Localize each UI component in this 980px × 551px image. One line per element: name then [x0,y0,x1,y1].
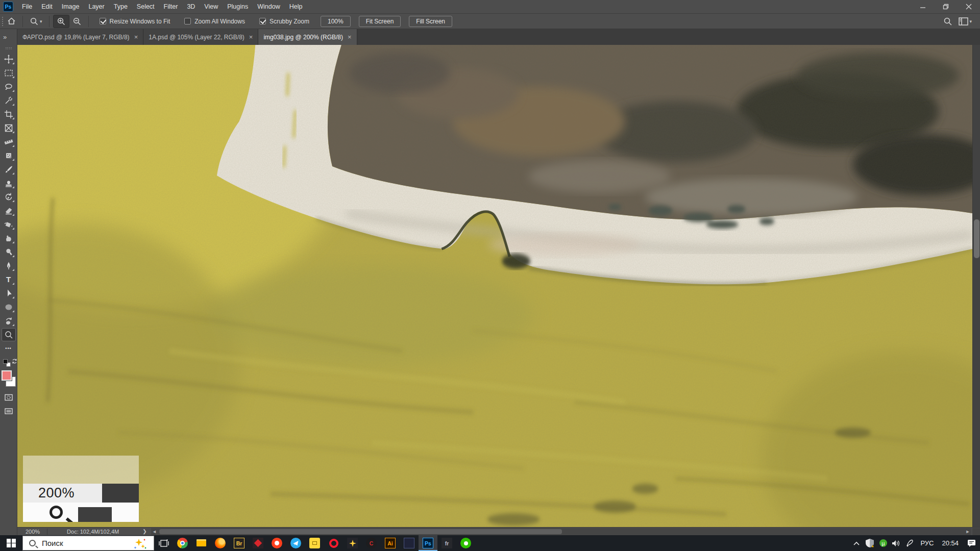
screen-mode-button[interactable] [2,405,16,418]
ruler-tool[interactable] [2,135,16,148]
crop-tool[interactable] [2,108,16,121]
close-button[interactable] [957,0,980,13]
menu-edit[interactable]: Edit [37,0,57,14]
vertical-scrollbar[interactable] [972,45,980,527]
menu-layer[interactable]: Layer [84,0,109,14]
taskbar-yellow-app[interactable] [305,535,324,551]
menu-type[interactable]: Type [109,0,132,14]
minimize-button[interactable] [911,0,934,13]
scrubby-zoom-checkbox[interactable]: Scrubby Zoom [259,18,309,25]
frame-tool[interactable] [2,121,16,135]
tab-close-icon[interactable]: × [348,33,352,41]
red-circle-app-icon [272,538,282,548]
horizontal-scrollbar-thumb[interactable] [159,529,562,534]
toolbar-collapse-button[interactable]: » [0,29,17,45]
tab-fargo-psd[interactable]: ФАРГО.psd @ 19,8% (Layer 7, RGB/8) × [17,29,143,45]
action-center-icon[interactable] [963,535,980,551]
brush-tool[interactable] [2,163,16,176]
language-indicator[interactable]: РУС [916,539,938,547]
task-view-button[interactable] [154,535,173,551]
path-selection-tool[interactable] [2,287,16,300]
menu-filter[interactable]: Filter [159,0,183,14]
taskbar-dark-red-app[interactable]: C [362,535,381,551]
taskbar-photoshop[interactable]: Ps [419,535,437,551]
vertical-scrollbar-thumb[interactable] [974,219,979,258]
tray-expand-button[interactable] [850,535,863,551]
pen-tool[interactable] [2,259,16,272]
tab-1a-psd[interactable]: 1A.psd @ 105% (Layer 22, RGB/8) × [143,29,258,45]
paint-bucket-tool[interactable] [2,218,16,231]
tab-img038-jpg[interactable]: img038.jpg @ 200% (RGB/8) × [258,29,357,45]
type-tool[interactable]: T [2,273,16,286]
taskbar-chrome[interactable] [173,535,192,551]
default-colors-control[interactable] [3,358,14,368]
ellipse-shape-tool[interactable] [2,300,16,314]
taskbar-illustrator[interactable]: Ai [381,535,400,551]
zoom-tool[interactable] [2,328,16,341]
resize-windows-checkbox[interactable]: Resize Windows to Fit [100,18,170,25]
pen-input-icon[interactable] [903,535,916,551]
workspace-switcher[interactable]: ▾ [955,15,975,28]
taskbar-gray-app[interactable]: fr [437,535,456,551]
move-tool[interactable] [2,53,16,66]
zoom-out-button[interactable] [69,15,85,28]
zoom-all-windows-checkbox[interactable]: Zoom All Windows [184,18,245,25]
tab-close-icon[interactable]: × [134,33,138,41]
zoom-100-button[interactable]: 100% [321,16,351,27]
fill-screen-button[interactable]: Fill Screen [409,16,452,27]
taskbar-red-diamond-app[interactable] [249,535,267,551]
foreground-color-swatch[interactable] [2,370,12,381]
start-button[interactable] [0,535,22,551]
quick-mask-button[interactable] [2,391,16,404]
dodge-tool[interactable] [2,245,16,259]
eraser-tool[interactable] [2,204,16,217]
horizontal-scrollbar[interactable]: ◄ ► [151,528,971,535]
fit-screen-button[interactable]: Fit Screen [359,16,401,27]
status-menu-chevron[interactable]: ❯ [138,529,151,534]
utorrent-icon[interactable]: µ [876,535,890,551]
rectangular-marquee-tool[interactable] [2,66,16,80]
defender-icon[interactable] [863,535,876,551]
zoom-in-button[interactable] [53,15,69,28]
scroll-left-icon[interactable]: ◄ [151,529,158,534]
taskbar-opera[interactable] [324,535,343,551]
taskbar-firefox[interactable] [211,535,230,551]
taskbar-search-input[interactable]: Поиск [22,536,154,550]
toolbar-grip[interactable] [5,47,12,49]
menu-file[interactable]: File [17,0,37,14]
swap-colors-icon[interactable] [11,358,18,364]
zoom-in-icon [57,17,66,26]
taskbar-red-circle-app[interactable] [267,535,286,551]
restore-button[interactable] [934,0,957,13]
scroll-right-icon[interactable]: ► [964,529,971,534]
rotate-view-tool[interactable] [2,314,16,328]
volume-icon[interactable] [890,535,903,551]
status-zoom-field[interactable]: 200% [17,529,47,535]
menu-image[interactable]: Image [57,0,84,14]
home-button[interactable] [4,15,19,28]
spot-healing-tool[interactable] [2,149,16,162]
menu-window[interactable]: Window [253,0,284,14]
lasso-tool[interactable] [2,80,16,93]
menu-select[interactable]: Select [132,0,159,14]
taskbar-telegram[interactable] [286,535,305,551]
menu-3d[interactable]: 3D [182,0,200,14]
tab-close-icon[interactable]: × [249,33,253,41]
taskbar-green-app[interactable] [456,535,475,551]
history-brush-tool[interactable] [2,190,16,204]
taskbar-dark-blue-app[interactable] [400,535,419,551]
object-selection-tool[interactable] [2,94,16,107]
clone-stamp-tool[interactable] [2,177,16,190]
menu-view[interactable]: View [200,0,223,14]
smudge-tool[interactable] [2,232,16,245]
edit-toolbar-button[interactable]: ••• [2,342,16,355]
taskbar-file-explorer[interactable] [192,535,211,551]
search-button[interactable] [940,15,955,28]
taskbar-yellow-star-app[interactable] [343,535,362,551]
taskbar-adobe-bridge[interactable]: Br [230,535,249,551]
menu-plugins[interactable]: Plugins [223,0,253,14]
menu-help[interactable]: Help [285,0,307,14]
document-canvas[interactable]: 200% [17,45,980,527]
zoom-tool-preset[interactable]: ▾ [27,15,45,28]
clock[interactable]: 20:54 [938,539,963,547]
